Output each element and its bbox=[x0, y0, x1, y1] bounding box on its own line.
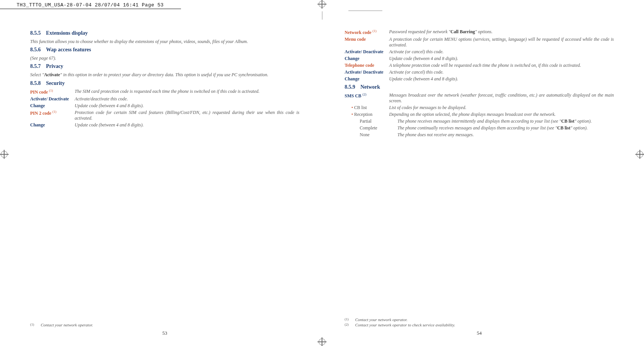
sub-cb-list: CB list List of codes for messages to be… bbox=[345, 105, 614, 111]
footnote-text: Contact your network operator. bbox=[355, 317, 614, 322]
def-text: The phone does not receive any messages. bbox=[397, 132, 614, 138]
sub-partial: Partial The phone receives messages inte… bbox=[345, 118, 614, 124]
subterm-reception: Reception bbox=[345, 112, 389, 117]
def-row-menu-code: Menu code A protection code for certain … bbox=[345, 37, 614, 48]
heading-num: 8.5.5 bbox=[30, 30, 41, 36]
def-text: A protection code for certain MENU optio… bbox=[389, 37, 614, 48]
def-text: The phone continually receives messages … bbox=[397, 125, 614, 131]
footnote-ref: (1) bbox=[345, 317, 355, 322]
spread: 8.5.5Extensions display This function al… bbox=[0, 9, 644, 340]
term-activate: Activate/ Deactivate bbox=[30, 96, 75, 102]
subterm-none: None bbox=[345, 132, 397, 138]
term-change: Change bbox=[30, 122, 75, 128]
def-text: Update code (between 4 and 8 digits). bbox=[389, 76, 614, 82]
page-left: 8.5.5Extensions display This function al… bbox=[0, 9, 322, 340]
def-text: The phone receives messages intermittent… bbox=[397, 118, 614, 124]
term-change: Change bbox=[345, 56, 389, 62]
term-telephone-code: Telephone code bbox=[345, 63, 389, 68]
def-text: Update code (between 4 and 8 digits). bbox=[389, 56, 614, 62]
term-pin2: PIN 2 code (1) bbox=[30, 110, 75, 121]
def-row-telephone-code: Telephone code A telephone protection co… bbox=[345, 63, 614, 68]
term-sms-cb: SMS CB (2) bbox=[345, 92, 389, 104]
page-right: Network code (1) Password requested for … bbox=[322, 9, 644, 340]
heading-num: 8.5.9 bbox=[345, 84, 355, 90]
heading-title: Privacy bbox=[46, 63, 63, 69]
subterm-cb-list: CB list bbox=[345, 105, 389, 111]
page-number-right: 54 bbox=[345, 328, 614, 336]
term-activate: Activate/ Deactivate bbox=[345, 69, 389, 75]
def-row-change3: Change Update code (between 4 and 8 digi… bbox=[345, 56, 614, 62]
footnote-ref: (2) bbox=[345, 323, 355, 327]
def-row-pin2: PIN 2 code (1) Protection code for certa… bbox=[30, 110, 299, 121]
heading-title: Extensions display bbox=[46, 30, 88, 36]
def-text: Depending on the option selected, the ph… bbox=[389, 112, 614, 117]
footnote: (1) Contact your network operator. bbox=[30, 323, 299, 327]
heading-8-5-8: 8.5.8Security bbox=[30, 80, 299, 86]
footnote-ref: (1) bbox=[30, 323, 41, 327]
heading-num: 8.5.6 bbox=[30, 47, 41, 52]
def-text: Activate/deactivate this code. bbox=[75, 96, 299, 102]
heading-title: Security bbox=[46, 80, 65, 86]
page-left-content: 8.5.5Extensions display This function al… bbox=[30, 28, 299, 318]
page-number-left: 53 bbox=[30, 328, 299, 336]
def-text: Protection code for certain SIM card fea… bbox=[75, 110, 299, 121]
term-pin: PIN code (1) bbox=[30, 89, 75, 95]
def-text: Messages broadcast over the network (wea… bbox=[389, 92, 614, 104]
heading-8-5-9: 8.5.9Network bbox=[345, 84, 614, 90]
heading-title: Wap access features bbox=[46, 47, 91, 52]
def-row-activate2: Activate/ Deactivate Activate (or cancel… bbox=[345, 49, 614, 55]
sub-complete: Complete The phone continually receives … bbox=[345, 125, 614, 131]
heading-8-5-7: 8.5.7Privacy bbox=[30, 63, 299, 69]
crop-mark-icon bbox=[319, 1, 325, 8]
term-network-code: Network code (1) bbox=[345, 29, 389, 35]
term-change: Change bbox=[30, 103, 75, 109]
def-row-pin: PIN code (1) The SIM card protection cod… bbox=[30, 89, 299, 95]
def-text: List of codes for messages to be display… bbox=[389, 105, 614, 111]
sub-none: None The phone does not receive any mess… bbox=[345, 132, 614, 138]
term-change: Change bbox=[345, 76, 389, 82]
footnote-text: Contact your network operator. bbox=[41, 323, 299, 327]
heading-num: 8.5.8 bbox=[30, 80, 41, 86]
sub-reception: Reception Depending on the option select… bbox=[345, 112, 614, 117]
term-menu-code: Menu code bbox=[345, 37, 389, 48]
def-row-network-code: Network code (1) Password requested for … bbox=[345, 29, 614, 35]
term-activate: Activate/ Deactivate bbox=[345, 49, 389, 55]
paragraph: (See page 67). bbox=[30, 55, 299, 61]
footnote: (2) Contact your network operator to che… bbox=[345, 323, 614, 327]
def-row-activate: Activate/ Deactivate Activate/deactivate… bbox=[30, 96, 299, 102]
heading-8-5-6: 8.5.6Wap access features bbox=[30, 47, 299, 53]
def-text: Update code (between 4 and 8 digits). bbox=[75, 122, 299, 128]
footnote: (1) Contact your network operator. bbox=[345, 317, 614, 322]
def-text: Activate (or cancel) this code. bbox=[389, 69, 614, 75]
def-text: The SIM card protection code is requeste… bbox=[75, 89, 299, 95]
def-row-change4: Change Update code (between 4 and 8 digi… bbox=[345, 76, 614, 82]
paragraph: Select "Activate" in this option in orde… bbox=[30, 72, 299, 78]
def-text: Activate (or cancel) this code. bbox=[389, 49, 614, 55]
def-row-activate3: Activate/ Deactivate Activate (or cancel… bbox=[345, 69, 614, 75]
heading-8-5-5: 8.5.5Extensions display bbox=[30, 30, 299, 36]
def-text: A telephone protection code will be requ… bbox=[389, 63, 614, 68]
heading-title: Network bbox=[360, 84, 380, 90]
heading-num: 8.5.7 bbox=[30, 63, 41, 69]
def-text: Password requested for network "Call Bar… bbox=[389, 29, 614, 35]
def-row-sms-cb: SMS CB (2) Messages broadcast over the n… bbox=[345, 92, 614, 104]
page-right-content: Network code (1) Password requested for … bbox=[345, 28, 614, 313]
def-row-change2: Change Update code (between 4 and 8 digi… bbox=[30, 122, 299, 128]
footnotes-left: (1) Contact your network operator. bbox=[30, 318, 299, 328]
footnote-text: Contact your network operator to check s… bbox=[355, 323, 614, 327]
subterm-complete: Complete bbox=[345, 125, 397, 131]
subterm-partial: Partial bbox=[345, 118, 397, 124]
def-text: Update code (between 4 and 8 digits). bbox=[75, 103, 299, 109]
def-row-change: Change Update code (between 4 and 8 digi… bbox=[30, 103, 299, 109]
footnotes-right: (1) Contact your network operator. (2) C… bbox=[345, 313, 614, 328]
paragraph: This function allows you to choose wheth… bbox=[30, 38, 299, 45]
